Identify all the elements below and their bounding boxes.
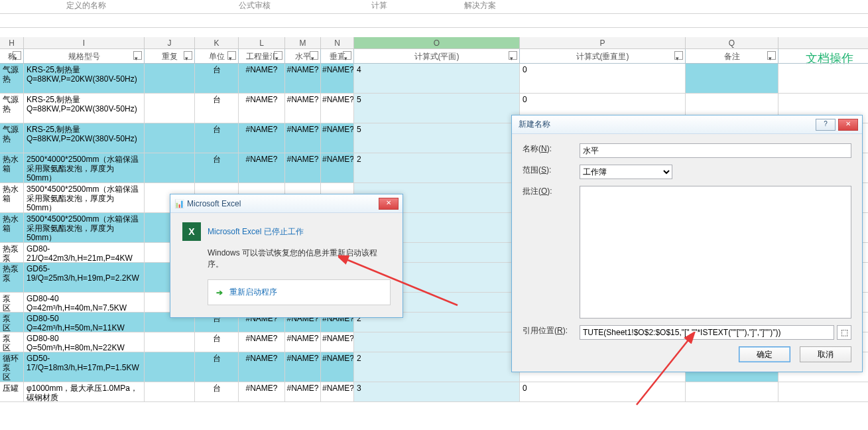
formula-bar[interactable] xyxy=(0,13,868,28)
table-row[interactable]: 气源热KRS-25,制热量Q=88KW,P=20KW(380V-50Hz)台#N… xyxy=(0,64,868,94)
cancel-button[interactable]: 取消 xyxy=(800,346,851,362)
cell[interactable]: #NAME? xyxy=(285,382,321,401)
refersto-input[interactable] xyxy=(580,325,834,340)
cell[interactable]: 热水箱 xyxy=(0,183,24,212)
cell[interactable]: KRS-25,制热量Q=88KW,P=20KW(380V-50Hz) xyxy=(24,64,145,93)
scope-select[interactable]: 工作簿 xyxy=(580,165,672,179)
cell[interactable] xyxy=(686,64,778,93)
filter-icon[interactable] xyxy=(227,51,236,60)
cell[interactable]: GD50-17/Q=18m3/h,H=17m,P=1.5KW xyxy=(24,352,145,382)
cell[interactable]: GD80-21/Q=42m3/h,H=21m,P=4KW xyxy=(24,243,145,262)
filter-icon[interactable] xyxy=(509,51,517,60)
cell[interactable]: #NAME? xyxy=(285,153,321,182)
cell[interactable]: 2 xyxy=(354,352,520,382)
cell[interactable]: #NAME? xyxy=(285,123,321,153)
cell[interactable]: 气源热 xyxy=(0,123,24,153)
cell[interactable] xyxy=(145,153,195,182)
cell[interactable]: #NAME? xyxy=(321,94,354,123)
cell[interactable]: 2500*4000*2500mm（水箱保温采用聚氨酯发泡，厚度为50mm） xyxy=(24,153,145,182)
cell[interactable]: 热水箱 xyxy=(0,213,24,242)
cell[interactable]: 气源热 xyxy=(0,64,24,93)
cell[interactable]: 热泵泵 xyxy=(0,263,24,292)
cell[interactable] xyxy=(354,332,520,352)
cell[interactable]: 台 xyxy=(195,94,239,123)
cell[interactable]: KRS-25,制热量Q=88KW,P=20KW(380V-50Hz) xyxy=(24,94,145,123)
cell[interactable] xyxy=(145,352,195,382)
cell[interactable]: GD65-19/Q=25m3/h,H=19m,P=2.2KW xyxy=(24,263,145,292)
dialog-titlebar[interactable]: 新建名称 ? ✕ xyxy=(512,115,862,134)
cell[interactable]: #NAME? xyxy=(321,64,354,93)
cell[interactable]: 台 xyxy=(195,382,239,401)
cell[interactable]: 台 xyxy=(195,123,239,153)
cell[interactable]: #NAME? xyxy=(321,382,354,401)
cell[interactable]: #NAME? xyxy=(321,153,354,182)
cell[interactable]: φ1000mm，最大承压1.0MPa，碳钢材质 xyxy=(24,382,145,401)
close-icon[interactable]: ✕ xyxy=(838,119,858,131)
table-row[interactable]: 压罐φ1000mm，最大承压1.0MPa，碳钢材质台#NAME?#NAME?#N… xyxy=(0,382,868,402)
cell[interactable]: GD80-80Q=50m³/h,H=80m,N=22KW xyxy=(24,332,145,352)
cell[interactable]: 热水箱 xyxy=(0,153,24,182)
cell[interactable]: 3 xyxy=(354,382,520,401)
cell[interactable]: #NAME? xyxy=(285,64,321,93)
cell[interactable]: 泵区用) xyxy=(0,293,24,312)
cell[interactable]: 3500*4500*2500mm（水箱保温采用聚氨酯发泡，厚度为50mm） xyxy=(24,183,145,212)
cell[interactable]: #NAME? xyxy=(239,123,285,153)
cell[interactable]: #NAME? xyxy=(239,64,285,93)
scope-label: 范围(S): xyxy=(523,165,580,176)
ok-button[interactable]: 确定 xyxy=(739,346,790,362)
cell[interactable]: 泵区用) xyxy=(0,313,24,332)
dialog-titlebar[interactable]: 📊 Microsoft Excel ✕ xyxy=(170,194,403,213)
cell[interactable]: 5 xyxy=(354,94,520,123)
filter-icon[interactable] xyxy=(310,51,318,60)
cell[interactable]: 5 xyxy=(354,123,520,153)
cell[interactable]: #NAME? xyxy=(321,352,354,382)
cell[interactable]: #NAME? xyxy=(285,94,321,123)
cell[interactable]: #NAME? xyxy=(239,382,285,401)
cell[interactable]: 3500*4500*2500mm（水箱保温采用聚氨酯发泡，厚度为50mm） xyxy=(24,213,145,242)
cell[interactable] xyxy=(145,94,195,123)
cell[interactable]: #NAME? xyxy=(239,94,285,123)
cell[interactable]: #NAME? xyxy=(239,332,285,352)
cell[interactable]: #NAME? xyxy=(285,352,321,382)
cell[interactable]: 气源热 xyxy=(0,94,24,123)
cell[interactable] xyxy=(145,332,195,352)
comment-label: 批注(O): xyxy=(523,186,580,197)
cell[interactable]: 热泵泵 xyxy=(0,243,24,262)
restart-program-button[interactable]: ➔ 重新启动程序 xyxy=(208,279,391,305)
cell[interactable]: #NAME? xyxy=(321,332,354,352)
cell[interactable]: #NAME? xyxy=(321,123,354,153)
cell[interactable]: 4 xyxy=(354,64,520,93)
cell[interactable]: GD80-50Q=42m³/h,H=50m,N=11KW xyxy=(24,313,145,332)
cell[interactable]: 压罐 xyxy=(0,382,24,401)
filter-icon[interactable] xyxy=(133,51,142,60)
cell[interactable]: 0 xyxy=(520,64,686,93)
cell[interactable]: 台 xyxy=(195,64,239,93)
cell[interactable]: #NAME? xyxy=(239,352,285,382)
cell[interactable]: 0 xyxy=(520,382,686,401)
filter-icon[interactable] xyxy=(184,51,192,60)
cell[interactable]: 台 xyxy=(195,153,239,182)
cell[interactable] xyxy=(145,382,195,401)
range-picker-icon[interactable]: ⬚ xyxy=(837,325,851,340)
cell[interactable]: 泵区用) xyxy=(0,332,24,352)
filter-icon[interactable] xyxy=(343,51,351,60)
filter-icon[interactable] xyxy=(274,51,282,60)
name-input[interactable] xyxy=(580,143,851,158)
cell[interactable]: GD80-40Q=42m³/h,H=40m,N=7.5KW xyxy=(24,293,145,312)
filter-icon[interactable] xyxy=(674,51,683,60)
cell[interactable] xyxy=(145,123,195,153)
cell[interactable]: 2 xyxy=(354,153,520,182)
close-icon[interactable]: ✕ xyxy=(379,198,399,210)
cell[interactable]: 循环泵区用) xyxy=(0,352,24,382)
filter-icon[interactable] xyxy=(13,51,21,60)
cell[interactable]: 台 xyxy=(195,352,239,382)
help-icon[interactable]: ? xyxy=(816,119,836,131)
cell[interactable] xyxy=(686,382,778,401)
cell[interactable] xyxy=(145,64,195,93)
cell[interactable]: #NAME? xyxy=(239,153,285,182)
cell[interactable]: #NAME? xyxy=(285,332,321,352)
filter-icon[interactable] xyxy=(767,51,776,60)
cell[interactable]: 台 xyxy=(195,332,239,352)
comment-textarea[interactable] xyxy=(580,186,851,319)
cell[interactable]: KRS-25,制热量Q=88KW,P=20KW(380V-50Hz) xyxy=(24,123,145,153)
